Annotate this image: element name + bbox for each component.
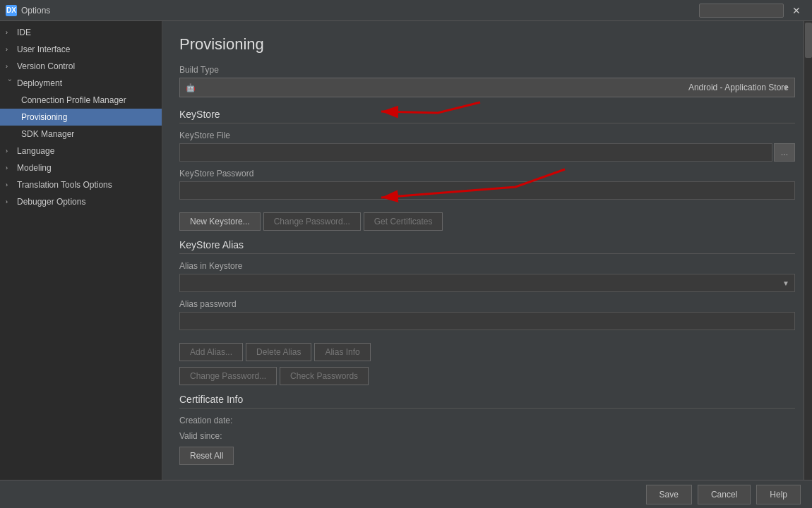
check-passwords-button[interactable]: Check Passwords (280, 367, 369, 385)
sidebar-item-version-control[interactable]: › Version Control (0, 58, 162, 75)
chevron-icon: › (6, 198, 14, 205)
sidebar-item-user-interface[interactable]: › User Interface (0, 41, 162, 58)
alias-info-button[interactable]: Alias Info (314, 343, 370, 361)
title-bar: DX Options ✕ (0, 0, 812, 21)
keystore-section-header: KeyStore (179, 109, 795, 123)
sidebar-item-label: IDE (17, 28, 31, 37)
reset-all-button[interactable]: Reset All (179, 447, 234, 465)
sidebar-item-label: Debugger Options (17, 197, 85, 207)
sidebar-item-sdk-manager[interactable]: SDK Manager (0, 126, 162, 143)
app-icon: DX (6, 5, 17, 16)
sidebar-item-ide[interactable]: › IDE (0, 24, 162, 41)
keystore-file-container: … (179, 143, 795, 162)
sidebar-item-language[interactable]: › Language (0, 143, 162, 159)
keystore-password-input[interactable] (179, 181, 795, 200)
search-input[interactable] (699, 4, 784, 18)
add-alias-button[interactable]: Add Alias... (179, 343, 243, 361)
keystore-alias-section-header: KeyStore Alias (179, 239, 795, 254)
cancel-button[interactable]: Cancel (698, 485, 751, 504)
sidebar-item-label: Language (17, 146, 54, 156)
chevron-icon: › (6, 79, 13, 87)
alias-in-keystore-select[interactable] (179, 274, 795, 292)
keystore-file-browse-button[interactable]: … (774, 143, 795, 162)
creation-date-label: Creation date: (179, 416, 795, 425)
help-button[interactable]: Help (756, 485, 801, 504)
sidebar-item-label: User Interface (17, 44, 70, 54)
sidebar-item-label: Translation Tools Options (17, 180, 112, 190)
build-type-label: Build Type (179, 65, 795, 75)
chevron-icon: › (6, 181, 14, 188)
new-keystore-button[interactable]: New Keystore... (179, 212, 261, 231)
scroll-thumb (805, 23, 812, 58)
scrollbar[interactable] (804, 21, 812, 480)
bottom-bar: Save Cancel Help (0, 480, 812, 508)
content-area: Provisioning Build Type 🤖 Android - Appl… (162, 21, 812, 480)
sidebar-item-connection-profile-manager[interactable]: Connection Profile Manager (0, 92, 162, 109)
sidebar-item-label: SDK Manager (21, 129, 74, 139)
sidebar-item-modeling[interactable]: › Modeling (0, 159, 162, 176)
close-button[interactable]: ✕ (787, 1, 806, 20)
keystore-file-input[interactable] (179, 143, 772, 162)
android-icon: 🤖 (186, 83, 196, 92)
alias-buttons-row2: Change Password... Check Passwords (179, 367, 795, 385)
alias-in-keystore-wrapper: ▼ (179, 274, 795, 292)
sidebar-item-label: Deployment (17, 78, 62, 88)
alias-password-label: Alias password (179, 299, 795, 309)
sidebar-item-provisioning[interactable]: Provisioning (0, 109, 162, 126)
sidebar: › IDE › User Interface › Version Control… (0, 21, 162, 480)
build-type-value: Android - Application Store (688, 83, 789, 92)
sidebar-item-label: Provisioning (21, 112, 67, 122)
sidebar-item-translation-tools-options[interactable]: › Translation Tools Options (0, 176, 162, 193)
page-title: Provisioning (179, 35, 795, 54)
change-password-alias-button[interactable]: Change Password... (179, 367, 277, 385)
build-type-dropdown[interactable]: 🤖 Android - Application Store (179, 78, 795, 97)
chevron-icon: › (6, 147, 14, 155)
keystore-password-label: KeyStore Password (179, 169, 795, 179)
main-layout: › IDE › User Interface › Version Control… (0, 21, 812, 480)
get-certificates-button[interactable]: Get Certificates (364, 212, 443, 231)
content-scroll: Provisioning Build Type 🤖 Android - Appl… (162, 21, 812, 480)
sidebar-item-debugger-options[interactable]: › Debugger Options (0, 193, 162, 210)
sidebar-item-label: Connection Profile Manager (21, 95, 126, 105)
certificate-info-section-header: Certificate Info (179, 394, 795, 409)
valid-since-label: Valid since: (179, 431, 795, 441)
alias-in-keystore-label: Alias in Keystore (179, 261, 795, 271)
keystore-buttons-row: New Keystore... Change Password... Get C… (179, 212, 795, 231)
sidebar-item-deployment[interactable]: › Deployment (0, 75, 162, 92)
reset-all-row: Reset All (179, 447, 795, 465)
change-password-keystore-button[interactable]: Change Password... (263, 212, 361, 231)
alias-password-input[interactable] (179, 312, 795, 330)
sidebar-item-label: Modeling (17, 163, 52, 173)
chevron-icon: › (6, 29, 14, 36)
build-type-dropdown-container: 🤖 Android - Application Store ▼ (179, 78, 795, 97)
chevron-icon: › (6, 46, 14, 53)
chevron-icon: › (6, 164, 14, 171)
window-title: Options (21, 6, 699, 16)
save-button[interactable]: Save (646, 485, 692, 504)
alias-buttons-row1: Add Alias... Delete Alias Alias Info (179, 343, 795, 361)
delete-alias-button[interactable]: Delete Alias (246, 343, 311, 361)
keystore-file-label: KeyStore File (179, 131, 795, 140)
sidebar-item-label: Version Control (17, 61, 75, 71)
chevron-icon: › (6, 63, 14, 70)
